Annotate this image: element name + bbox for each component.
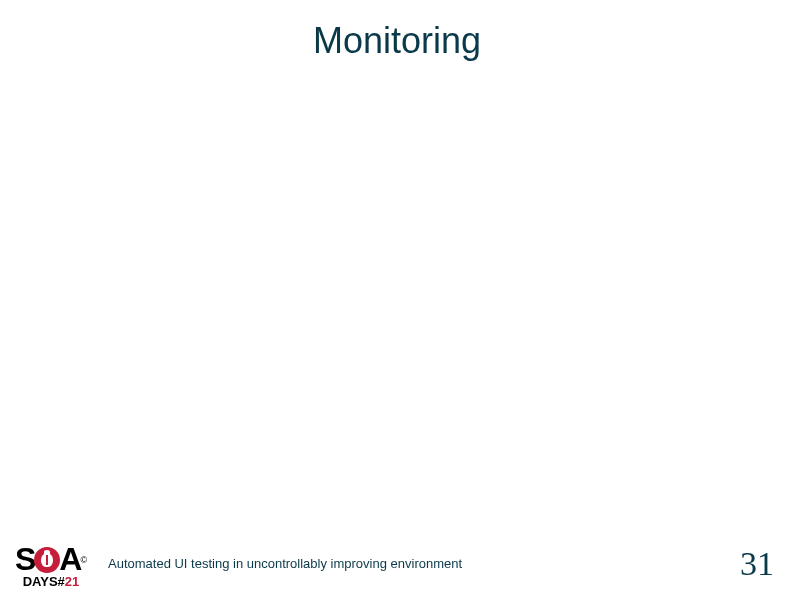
footer-presentation-title: Automated UI testing in uncontrollably i… [108,556,462,571]
sqa-days-logo: S A © DAYS#21 [6,539,96,591]
logo-letter-a: A [59,541,81,578]
slide-footer: S A © DAYS#21 Automated UI testing in un… [0,535,794,595]
logo-letter-s: S [15,541,35,578]
slide-page-number: 31 [740,545,774,583]
logo-top-row: S A © [15,541,87,578]
slide-title: Monitoring [0,20,794,62]
logo-trademark-icon: © [80,555,87,565]
logo-bug-icon [34,547,60,573]
